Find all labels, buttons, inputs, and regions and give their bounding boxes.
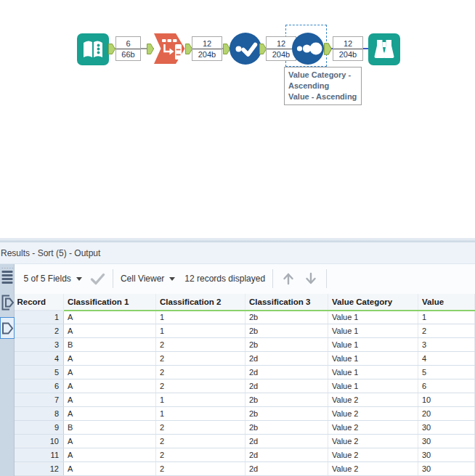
table-row[interactable]: 10A22dValue 230 (15, 435, 475, 448)
toolbar-separator (113, 269, 113, 288)
results-table-rows: 1A12bValue 112A12bValue 123B22bValue 134… (15, 311, 475, 476)
data-cell: 2d (245, 352, 328, 366)
data-cell: 1 (156, 324, 245, 338)
data-cell: 2b (245, 407, 328, 421)
data-cell: 2d (245, 366, 328, 379)
data-cell: A (64, 448, 156, 462)
cell-viewer-dropdown[interactable]: Cell Viewer (121, 274, 175, 284)
table-row[interactable]: 4A22dValue 14 (15, 352, 475, 366)
data-cell: Value 2 (328, 393, 418, 407)
table-row[interactable]: 2A12bValue 12 (15, 324, 475, 338)
table-row[interactable]: 7A12bValue 210 (15, 393, 475, 407)
data-cell: A (64, 462, 156, 476)
column-header-classification-2[interactable]: Classification 2 (156, 294, 245, 311)
data-cell: Value 2 (328, 462, 418, 476)
data-cell: 2 (418, 324, 475, 338)
data-cell: A (64, 366, 156, 379)
output-anchor[interactable] (324, 43, 332, 55)
unique-icon (230, 33, 261, 65)
results-toolbar: 5 of 5 Fields Cell Viewer 12 records dis… (15, 264, 475, 294)
data-cell: 2b (245, 421, 328, 435)
table-row[interactable]: 1A12bValue 11 (15, 311, 475, 324)
byte-count: 66b (116, 49, 140, 60)
sort-tool[interactable] (292, 33, 324, 65)
column-header-value[interactable]: Value (418, 294, 475, 311)
record-number-cell: 9 (15, 421, 64, 435)
data-cell: Value 1 (328, 324, 418, 338)
data-cell: 6 (418, 379, 475, 393)
data-cell: 2d (245, 448, 328, 462)
data-cell: 30 (418, 421, 475, 435)
data-cell: 10 (418, 393, 475, 407)
data-cell: Value 2 (328, 407, 418, 421)
scroll-up-icon[interactable] (280, 271, 296, 287)
data-cell: B (64, 338, 156, 352)
browse-tool[interactable] (368, 33, 400, 65)
data-cell: 2 (156, 379, 245, 393)
chevron-down-icon (76, 277, 82, 281)
table-row[interactable]: 12A22dValue 230 (15, 462, 475, 476)
record-number-cell: 3 (15, 338, 64, 352)
data-grid-icon[interactable] (1, 269, 14, 284)
record-count: 12 (333, 38, 362, 49)
record-number-cell: 5 (15, 366, 64, 379)
annotation-line: Value - Ascending (288, 91, 357, 102)
data-cell: 2d (245, 435, 328, 448)
data-cell: 20 (418, 407, 475, 421)
record-count-badge: 6 66b (115, 36, 141, 61)
data-cell: A (64, 379, 156, 393)
data-cell: Value 1 (328, 338, 418, 352)
unique-tool[interactable] (230, 33, 261, 65)
output-anchor-icon (1, 321, 14, 335)
input-anchor-icon[interactable] (1, 294, 15, 311)
data-cell: B (64, 421, 156, 435)
column-header-record[interactable]: Record (15, 294, 64, 311)
data-cell: A (64, 393, 156, 407)
data-cell: A (64, 324, 156, 338)
data-cell: 1 (156, 393, 245, 407)
table-row[interactable]: 9B22bValue 230 (15, 421, 475, 435)
workflow-canvas[interactable]: 6 66b 12 204b (0, 0, 475, 238)
table-row[interactable]: 8A12bValue 220 (15, 407, 475, 421)
table-row[interactable]: 3B22bValue 13 (15, 338, 475, 352)
column-header-value-category[interactable]: Value Category (328, 294, 418, 311)
record-number-cell: 2 (15, 324, 64, 338)
table-row[interactable]: 6A22dValue 16 (15, 379, 475, 393)
byte-count: 204b (267, 49, 296, 60)
input-data-tool[interactable] (77, 33, 109, 65)
scroll-down-icon[interactable] (303, 271, 319, 287)
data-cell: A (64, 435, 156, 448)
browse-binoculars-icon (368, 33, 400, 65)
apply-check-icon[interactable] (90, 273, 105, 285)
fields-label: 5 of 5 Fields (24, 274, 71, 284)
record-count-badge: 12 204b (192, 36, 222, 61)
data-cell: Value 1 (328, 366, 418, 379)
sort-annotation: Value Category - Ascending Value - Ascen… (284, 67, 362, 105)
record-number-cell: 10 (15, 435, 64, 448)
data-cell: 2b (245, 338, 328, 352)
output-anchor-button[interactable] (0, 317, 15, 339)
data-cell: A (64, 407, 156, 421)
data-cell: A (64, 311, 156, 324)
record-number-cell: 1 (15, 311, 64, 324)
table-row[interactable]: 11A22dValue 230 (15, 448, 475, 462)
transpose-tool[interactable] (153, 33, 186, 65)
records-displayed-label: 12 records displayed (184, 274, 265, 284)
record-number-cell: 6 (15, 379, 64, 393)
data-cell: Value 2 (328, 448, 418, 462)
data-cell: 2d (245, 379, 328, 393)
data-cell: 2b (245, 393, 328, 407)
data-cell: 30 (418, 435, 475, 448)
column-header-classification-1[interactable]: Classification 1 (64, 294, 156, 311)
data-cell: 2 (156, 435, 245, 448)
output-anchor[interactable] (108, 44, 115, 54)
data-cell: 3 (418, 338, 475, 352)
chevron-down-icon (169, 277, 175, 281)
column-header-classification-3[interactable]: Classification 3 (245, 294, 328, 311)
record-count: 12 (267, 38, 296, 49)
transpose-icon (153, 33, 186, 65)
data-cell: 2b (245, 324, 328, 338)
table-row[interactable]: 5A22dValue 15 (15, 366, 475, 379)
fields-dropdown[interactable]: 5 of 5 Fields (24, 274, 82, 284)
data-cell: 2d (245, 462, 328, 476)
